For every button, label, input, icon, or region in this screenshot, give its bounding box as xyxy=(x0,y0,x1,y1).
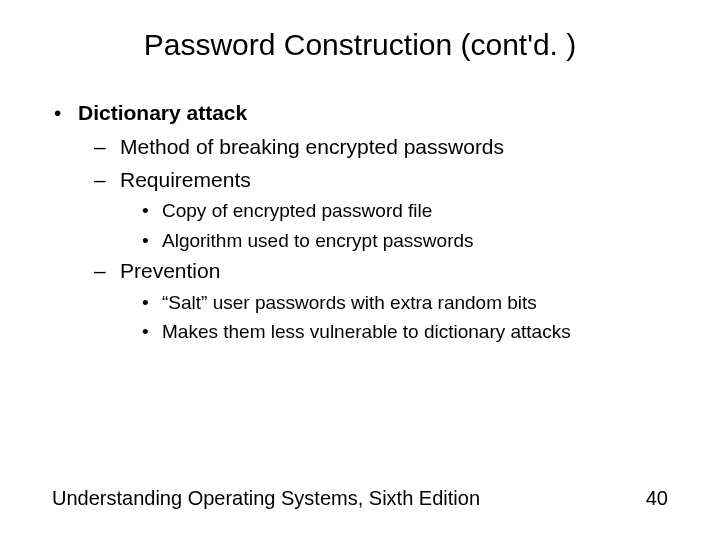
bullet-lvl2: – Method of breaking encrypted passwords xyxy=(94,132,680,162)
bullet-lvl3: • Makes them less vulnerable to dictiona… xyxy=(140,318,680,346)
bullet-lvl3: • Algorithm used to encrypt passwords xyxy=(140,227,680,255)
bullet-dot-icon: • xyxy=(140,289,162,317)
bullet-lvl3-text: Algorithm used to encrypt passwords xyxy=(162,227,474,255)
dash-icon: – xyxy=(94,256,120,286)
bullet-dot-icon: • xyxy=(52,98,78,128)
bullet-lvl1-text: Dictionary attack xyxy=(78,98,247,128)
bullet-dot-icon: • xyxy=(140,197,162,225)
bullet-lvl3-text: “Salt” user passwords with extra random … xyxy=(162,289,537,317)
slide-content: • Dictionary attack – Method of breaking… xyxy=(0,98,720,346)
bullet-lvl2: – Prevention xyxy=(94,256,680,286)
bullet-lvl3-text: Copy of encrypted password file xyxy=(162,197,432,225)
dash-icon: – xyxy=(94,165,120,195)
bullet-lvl2: – Requirements xyxy=(94,165,680,195)
footer-page-number: 40 xyxy=(646,487,668,510)
bullet-lvl2-text: Method of breaking encrypted passwords xyxy=(120,132,504,162)
bullet-lvl2-text: Requirements xyxy=(120,165,251,195)
slide-title: Password Construction (cont'd. ) xyxy=(0,0,720,98)
bullet-lvl3-text: Makes them less vulnerable to dictionary… xyxy=(162,318,571,346)
bullet-lvl3: • “Salt” user passwords with extra rando… xyxy=(140,289,680,317)
bullet-dot-icon: • xyxy=(140,318,162,346)
bullet-dot-icon: • xyxy=(140,227,162,255)
footer-book-title: Understanding Operating Systems, Sixth E… xyxy=(52,487,480,510)
dash-icon: – xyxy=(94,132,120,162)
bullet-lvl3: • Copy of encrypted password file xyxy=(140,197,680,225)
bullet-lvl2-text: Prevention xyxy=(120,256,220,286)
slide-footer: Understanding Operating Systems, Sixth E… xyxy=(0,487,720,510)
bullet-lvl1: • Dictionary attack xyxy=(52,98,680,128)
